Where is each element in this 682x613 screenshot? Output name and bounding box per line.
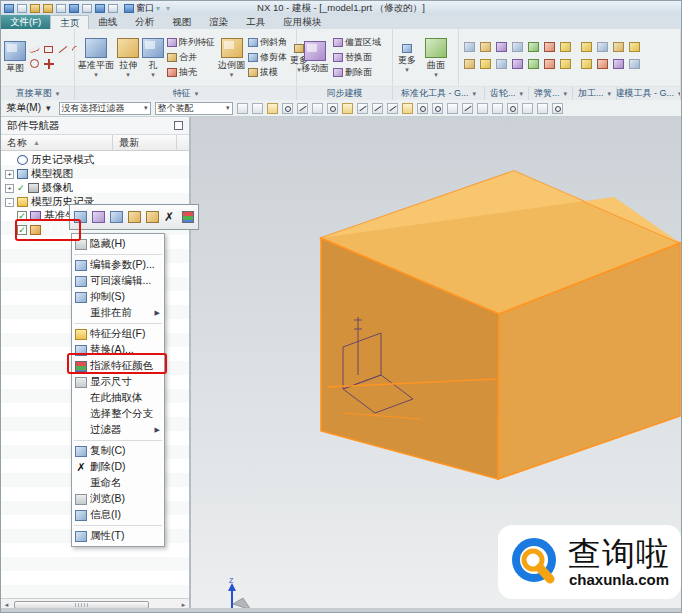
tool-icon[interactable] xyxy=(629,59,640,69)
rollback-edit-icon[interactable] xyxy=(91,210,106,225)
snap-control-point-icon[interactable] xyxy=(387,103,398,114)
hole-button[interactable]: 孔 ▾ xyxy=(142,32,164,84)
tab-view[interactable]: 视图 xyxy=(163,15,200,29)
delete-feature-icon[interactable]: ✗ xyxy=(163,210,175,225)
tool-icon[interactable] xyxy=(560,42,571,52)
replace-feature-icon[interactable] xyxy=(145,210,160,225)
suppress-feature-icon[interactable] xyxy=(127,210,142,225)
datum-plane-button[interactable]: 基准平面 ▾ xyxy=(78,32,114,84)
copy-feature-icon[interactable] xyxy=(109,210,124,225)
menu-item-information[interactable]: 信息(I) xyxy=(72,507,164,523)
checkbox-checked-icon[interactable]: ✓ xyxy=(17,225,27,235)
edge-blend-button[interactable]: 边倒圆 ▾ xyxy=(218,32,245,84)
tool-icon[interactable] xyxy=(496,42,507,52)
expand-icon[interactable]: + xyxy=(5,184,14,193)
snap-point-on-face-icon[interactable] xyxy=(477,103,488,114)
rectangle-icon[interactable] xyxy=(43,44,55,56)
extrude-button[interactable]: 拉伸 ▾ xyxy=(117,32,139,84)
offset-region-button[interactable]: 偏置区域 xyxy=(333,36,381,49)
tool-icon[interactable] xyxy=(613,59,624,69)
tool-icon[interactable] xyxy=(528,42,539,52)
snap-bounded-plane-icon[interactable] xyxy=(492,103,503,114)
touch-mode-icon[interactable] xyxy=(108,4,118,13)
scroll-right-icon[interactable]: ► xyxy=(178,602,189,608)
replace-face-button[interactable]: 替换面 xyxy=(333,51,381,64)
menu-item-suppress[interactable]: 抑制(S) xyxy=(72,289,164,305)
group-label-machining[interactable]: 加工...▾ xyxy=(573,87,617,100)
pan-icon[interactable] xyxy=(297,103,308,114)
tool-icon[interactable] xyxy=(544,59,555,69)
column-header-name[interactable]: 名称 ▲ xyxy=(1,135,113,150)
menu-item-extract-body-here[interactable]: 在此抽取体 xyxy=(72,390,164,406)
move-face-button[interactable]: 移动面 xyxy=(300,32,330,84)
shaded-view-icon[interactable] xyxy=(327,103,338,114)
menu-item-browse[interactable]: 浏览(B) xyxy=(72,491,164,507)
chamfer-button[interactable]: 倒斜角 xyxy=(248,36,287,49)
surface-button[interactable]: 曲面 ▾ xyxy=(421,32,451,84)
menu-item-hide[interactable]: 隐藏(H) xyxy=(72,236,164,252)
tab-analysis[interactable]: 分析 xyxy=(126,15,163,29)
selection-filter-dropdown[interactable]: 没有选择过滤器▾ xyxy=(59,102,151,115)
menu-item-rename[interactable]: 重命名 xyxy=(72,475,164,491)
cut-icon[interactable] xyxy=(56,4,66,13)
menu-extra-icon-3[interactable] xyxy=(537,103,548,114)
snap-endpoint-icon[interactable] xyxy=(357,103,368,114)
circle-icon[interactable] xyxy=(29,58,41,70)
feature-color-icon[interactable] xyxy=(181,210,195,225)
tool-icon[interactable] xyxy=(597,59,608,69)
tool-icon[interactable] xyxy=(480,42,491,52)
group-label-spring[interactable]: 弹簧...▾ xyxy=(529,87,573,100)
studio-spline-icon[interactable] xyxy=(29,44,41,56)
expand-icon[interactable]: + xyxy=(5,170,14,179)
group-label-feature[interactable]: 特征▾ xyxy=(75,87,297,100)
tab-application[interactable]: 应用模块 xyxy=(274,15,330,29)
wireframe-view-icon[interactable] xyxy=(342,103,353,114)
unite-button[interactable]: 合并 xyxy=(167,51,215,64)
checkbox-checked-icon[interactable]: ✓ xyxy=(17,211,27,221)
group-label-standard-tools[interactable]: 标准化工具 - G...▾ xyxy=(393,87,485,100)
snap-intersection-icon[interactable] xyxy=(402,103,413,114)
tool-icon[interactable] xyxy=(581,59,592,69)
sync-more-button[interactable]: 更多 ▾ xyxy=(396,32,418,84)
tab-curve[interactable]: 曲线 xyxy=(89,15,126,29)
menu-item-replace[interactable]: 替换(A)... xyxy=(72,342,164,358)
rotate-icon[interactable] xyxy=(282,103,293,114)
tool-icon[interactable] xyxy=(544,42,555,52)
tool-icon[interactable] xyxy=(480,59,491,69)
undo-icon[interactable] xyxy=(30,4,40,13)
tab-home[interactable]: 主页 xyxy=(50,15,89,29)
tool-icon[interactable] xyxy=(581,42,592,52)
group-label-direct-sketch[interactable]: 直接草图▾ xyxy=(1,87,75,100)
tool-icon[interactable] xyxy=(464,59,475,69)
point-icon[interactable] xyxy=(43,58,55,70)
group-label-synchronous-modeling[interactable]: 同步建模 xyxy=(297,87,393,100)
menu-extra-icon-2[interactable] xyxy=(522,103,533,114)
collapse-icon[interactable]: - xyxy=(5,198,14,207)
menu-item-feature-group[interactable]: 特征分组(F) xyxy=(72,326,164,342)
menu-item-filter[interactable]: 过滤器 ▶ xyxy=(72,422,164,438)
snap-midpoint-icon[interactable] xyxy=(372,103,383,114)
tab-file[interactable]: 文件(F) xyxy=(1,15,50,29)
menu-extra-icon-1[interactable] xyxy=(507,103,518,114)
menu-extra-icon-4[interactable] xyxy=(552,103,563,114)
undock-panel-button[interactable] xyxy=(174,121,183,130)
delete-face-button[interactable]: 删除面 xyxy=(333,66,381,79)
group-label-gear[interactable]: 齿轮...▾ xyxy=(485,87,529,100)
menu-item-copy[interactable]: 复制(C) xyxy=(72,443,164,459)
tool-icon[interactable] xyxy=(512,59,523,69)
menu-item-assign-feature-color[interactable]: 指派特征颜色 xyxy=(72,358,164,374)
menu-item-select-entire-branch[interactable]: 选择整个分支 xyxy=(72,406,164,422)
tab-tools[interactable]: 工具 xyxy=(237,15,274,29)
paste-icon[interactable] xyxy=(82,4,92,13)
sketch-button[interactable]: 草图 xyxy=(4,32,26,84)
group-label-modeling-tools[interactable]: 建模工具 - G...▾ xyxy=(617,87,681,100)
column-header-latest[interactable]: 最新 xyxy=(113,135,177,150)
line-icon[interactable] xyxy=(57,44,69,56)
menu-item-edit-parameters[interactable]: 编辑参数(P)... xyxy=(72,257,164,273)
tab-render[interactable]: 渲染 xyxy=(200,15,237,29)
redo-icon[interactable] xyxy=(43,4,53,13)
snap-arc-center-icon[interactable] xyxy=(417,103,428,114)
menu-button[interactable]: 菜单(M)▾ xyxy=(4,101,55,115)
menu-item-delete[interactable]: ✗ 删除(D) xyxy=(72,459,164,475)
repeat-command-icon[interactable] xyxy=(95,4,105,13)
